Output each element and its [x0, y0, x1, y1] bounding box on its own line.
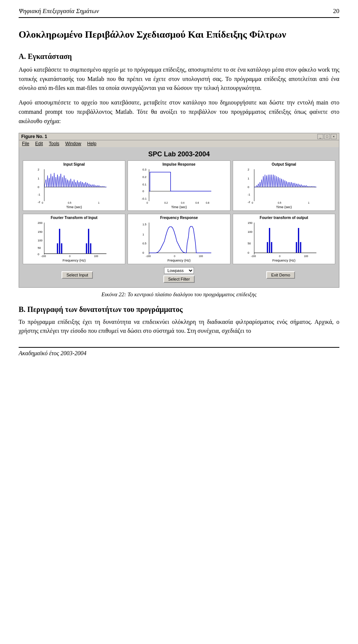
plot-freq-response-svg: 1.5 1 0.5 0 -100 0 100 — [129, 221, 228, 258]
section-b-heading: Β. Περιγραφή των δυνατοτήτων του προγράμ… — [19, 305, 339, 314]
plot-output-svg: 2 1 0 -1 -2 0 0.5 1 — [235, 167, 333, 204]
page-number: 20 — [333, 7, 339, 15]
menu-window[interactable]: Window — [65, 141, 81, 146]
svg-text:0.5: 0.5 — [278, 201, 282, 204]
figure-caption: Εικόνα 22: Το κεντρικό πλαίσιο διαλόγου … — [19, 291, 339, 298]
plot-impulse-title: Impulse Response — [163, 162, 195, 166]
svg-text:0.1: 0.1 — [142, 182, 147, 186]
svg-text:-1: -1 — [248, 193, 250, 196]
svg-text:0.4: 0.4 — [181, 201, 185, 204]
select-input-button[interactable]: Select Input — [62, 271, 93, 279]
plot-fourier-input-title: Fourier Transform of Input — [51, 216, 98, 220]
select-filter-button[interactable]: Select Filter — [163, 275, 195, 283]
svg-text:-2: -2 — [38, 200, 40, 203]
svg-text:0: 0 — [252, 201, 253, 204]
svg-text:100: 100 — [248, 230, 253, 234]
exit-button-cell: Exit Demo — [230, 271, 332, 279]
svg-text:50: 50 — [38, 246, 41, 249]
plot-impulse: Impulse Response 0.3 0.2 0.1 0 -0.1 0 0.… — [128, 160, 230, 211]
svg-rect-11 — [142, 167, 216, 204]
figure-menubar: File Edit Tools Window Help — [19, 140, 339, 147]
svg-text:1: 1 — [98, 201, 100, 204]
svg-text:2: 2 — [38, 168, 39, 171]
filter-select[interactable]: Lowpass Highpass Bandpass — [164, 267, 194, 274]
svg-text:150: 150 — [38, 230, 43, 234]
plot-input-title: Input Signal — [63, 162, 85, 166]
plot-fourier-input: Fourier Transform of Input 200 150 100 5… — [23, 214, 125, 264]
svg-rect-63 — [246, 221, 321, 258]
plot-fourier-input-xlabel: Frequency (Hz) — [63, 259, 86, 262]
menu-edit[interactable]: Edit — [35, 141, 43, 146]
titlebar-controls: _ □ × — [317, 134, 337, 139]
svg-text:100: 100 — [199, 254, 203, 257]
plot-fourier-input-svg: 200 150 100 50 0 -100 0 100 — [25, 221, 123, 258]
svg-text:-100: -100 — [251, 254, 256, 257]
svg-text:0: 0 — [248, 185, 249, 188]
plot-freq-response-title: Frequency Response — [160, 216, 198, 220]
svg-text:-2: -2 — [248, 200, 250, 203]
main-heading: Ολοκληρωμένο Περιβάλλον Σχεδιασμού Και Ε… — [19, 28, 339, 41]
svg-text:50: 50 — [248, 242, 251, 245]
svg-text:100: 100 — [304, 254, 308, 257]
plot-impulse-xlabel: Time (sec) — [171, 205, 187, 209]
svg-rect-35 — [37, 221, 112, 258]
svg-text:0: 0 — [142, 251, 144, 254]
svg-text:0.8: 0.8 — [206, 201, 210, 204]
svg-text:1: 1 — [308, 201, 310, 204]
svg-text:0: 0 — [174, 254, 176, 257]
menu-tools[interactable]: Tools — [49, 141, 59, 146]
maximize-button[interactable]: □ — [324, 134, 330, 139]
svg-text:2: 2 — [248, 168, 249, 171]
plot-freq-response-xlabel: Frequency (Hz) — [167, 259, 191, 262]
section-a-para-1: Αφού κατεβάσετε το συμπιεσμένο αρχείο με… — [19, 65, 339, 93]
svg-text:0: 0 — [42, 201, 43, 204]
svg-text:0: 0 — [147, 201, 148, 204]
figure-title: Figure No. 1 — [21, 134, 47, 139]
menu-file[interactable]: File — [22, 141, 29, 146]
menu-help[interactable]: Help — [87, 141, 97, 146]
footer-text: Ακαδημαϊκό έτος 2003-2004 — [19, 350, 87, 356]
svg-rect-53 — [142, 221, 216, 258]
plots-row-1: Input Signal 2 1 0 -1 -2 0 0.5 1 — [23, 160, 335, 211]
svg-text:-1: -1 — [38, 193, 40, 196]
svg-text:1: 1 — [38, 177, 39, 180]
filter-button-cell: Lowpass Highpass Bandpass Select Filter — [128, 267, 230, 283]
svg-text:0.6: 0.6 — [195, 201, 199, 204]
svg-text:0: 0 — [279, 254, 280, 257]
svg-text:0: 0 — [142, 189, 144, 193]
section-a-para-2: Αφού αποσυμπιέσετε το αρχείο που κατεβάσ… — [19, 98, 339, 126]
plot-fourier-output-title: Fourier transform of output — [260, 216, 308, 220]
figure-titlebar: Figure No. 1 _ □ × — [19, 133, 339, 140]
svg-text:-100: -100 — [146, 254, 151, 257]
exit-demo-button[interactable]: Exit Demo — [266, 271, 295, 279]
plot-fourier-output: Fourier transform of output 150 100 50 0… — [233, 214, 335, 264]
svg-text:100: 100 — [94, 254, 98, 257]
plot-input-svg: 2 1 0 -1 -2 0 0.5 1 — [25, 167, 123, 204]
page-header: Ψηφιακή Επεξεργασία Σημάτων 20 — [19, 7, 339, 18]
spc-title: SPC Lab 2003-2004 — [23, 150, 335, 158]
plot-output-xlabel: Time (sec) — [276, 205, 292, 209]
plot-input-xlabel: Time (sec) — [66, 205, 82, 209]
plot-impulse-svg: 0.3 0.2 0.1 0 -0.1 0 0.2 0.4 0.6 0.8 — [129, 167, 228, 204]
input-button-cell: Select Input — [26, 271, 128, 279]
svg-text:0.2: 0.2 — [142, 175, 147, 178]
figure-bottom-row: Select Input Lowpass Highpass Bandpass S… — [23, 267, 335, 283]
svg-text:-100: -100 — [41, 254, 46, 257]
svg-text:0: 0 — [38, 185, 40, 188]
svg-text:1.5: 1.5 — [142, 223, 147, 226]
svg-text:200: 200 — [38, 221, 43, 224]
figure-window: Figure No. 1 _ □ × File Edit Tools Windo… — [19, 133, 339, 288]
plot-output-title: Output Signal — [272, 162, 296, 166]
svg-text:0: 0 — [69, 254, 70, 257]
section-b-text: Το πρόγραμμα επίδειξης έχει τη δυνατότητ… — [19, 318, 339, 336]
plots-row-2: Fourier Transform of Input 200 150 100 5… — [23, 214, 335, 264]
svg-text:1: 1 — [248, 177, 249, 180]
svg-text:0: 0 — [248, 251, 249, 254]
close-button[interactable]: × — [331, 134, 337, 139]
header-title: Ψηφιακή Επεξεργασία Σημάτων — [19, 7, 99, 15]
plot-freq-response: Frequency Response 1.5 1 0.5 0 -100 0 10… — [128, 214, 230, 264]
figure-content: SPC Lab 2003-2004 Input Signal 2 1 0 -1 … — [19, 147, 339, 287]
svg-rect-0 — [37, 167, 112, 204]
plot-input-signal: Input Signal 2 1 0 -1 -2 0 0.5 1 — [23, 160, 125, 211]
minimize-button[interactable]: _ — [317, 134, 323, 139]
